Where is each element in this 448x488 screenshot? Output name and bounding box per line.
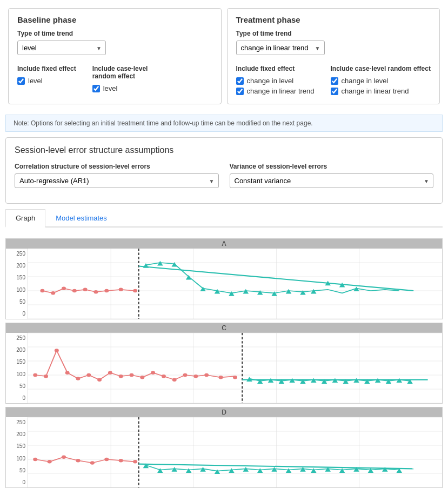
svg-point-62 [183, 373, 188, 377]
svg-point-18 [119, 288, 123, 292]
treatment-random-change-trend-check[interactable] [331, 88, 338, 95]
baseline-effects-row: Include fixed effect level Include case-… [17, 65, 212, 95]
svg-marker-107 [186, 468, 192, 473]
baseline-random-level-text: level [103, 84, 118, 92]
chart-D-plot [28, 417, 442, 487]
treatment-fixed-label: Include fixed effect [236, 65, 315, 72]
svg-marker-112 [257, 468, 263, 473]
corr-select[interactable]: Auto-regressive (AR1) Independent MA(1) [15, 173, 219, 188]
baseline-title: Baseline phase [17, 15, 212, 24]
chart-C-plot [28, 333, 442, 403]
tabs-bar: Graph Model estimates [5, 209, 443, 228]
baseline-fixed-level-row: level [17, 77, 76, 85]
baseline-fixed-level-check[interactable] [17, 77, 25, 85]
svg-marker-24 [186, 275, 192, 280]
corr-label: Correlation structure of session-level e… [15, 163, 219, 170]
svg-marker-27 [229, 291, 235, 296]
treatment-random-change-level-check[interactable] [331, 77, 338, 85]
baseline-trend-select[interactable]: level linear trend change in linear tren… [17, 41, 106, 55]
treatment-random-label: Include case-level random effect [331, 65, 431, 72]
svg-point-58 [140, 376, 144, 379]
chart-C-header: C [6, 323, 442, 333]
treatment-fixed-change-trend-check[interactable] [236, 88, 244, 95]
svg-marker-109 [215, 469, 220, 474]
baseline-random-label: Include case-levelrandom effect [92, 65, 148, 80]
treatment-fixed-col: Include fixed effect change in level cha… [236, 65, 315, 97]
treatment-trend-select[interactable]: level change in level change in linear t… [236, 41, 325, 55]
svg-point-95 [33, 458, 37, 462]
svg-marker-114 [286, 468, 292, 473]
baseline-random-col: Include case-levelrandom effect level [92, 65, 148, 95]
var-select-wrapper[interactable]: Constant variance Heterogeneous ▼ [230, 173, 434, 188]
treatment-fixed-trend-row: change in linear trend [236, 87, 315, 95]
chart-A-svg [28, 249, 442, 319]
treatment-trend-select-wrapper[interactable]: level change in level change in linear t… [236, 41, 325, 55]
svg-line-103 [139, 464, 413, 469]
chart-A-header: A [6, 239, 442, 249]
charts-area: A 250 200 150 100 50 0 [5, 233, 443, 488]
note-bar: Note: Options for selecting an initial t… [5, 115, 443, 132]
baseline-fixed-col: Include fixed effect level [17, 65, 76, 95]
svg-point-101 [119, 459, 123, 463]
note-text: Note: Options for selecting an initial t… [14, 119, 313, 127]
baseline-random-level-check[interactable] [92, 85, 100, 92]
chart-D-body: 250 200 150 100 50 0 [6, 417, 442, 487]
chart-C: C 250 200 150 100 50 0 [5, 323, 443, 404]
var-select[interactable]: Constant variance Heterogeneous [230, 173, 434, 188]
treatment-fixed-change-trend-text: change in linear trend [247, 87, 315, 95]
chart-A-plot [28, 249, 442, 319]
session-title: Session-level error structure assumption… [15, 145, 433, 155]
svg-point-102 [133, 460, 137, 464]
corr-select-wrapper[interactable]: Auto-regressive (AR1) Independent MA(1) … [15, 173, 219, 188]
tab-model-estimates[interactable]: Model estimates [45, 209, 117, 228]
svg-point-55 [108, 371, 112, 375]
svg-marker-21 [143, 263, 149, 268]
svg-point-98 [76, 459, 80, 463]
session-section: Session-level error structure assumption… [5, 137, 443, 204]
chart-D-svg [28, 417, 442, 487]
svg-point-13 [62, 286, 66, 290]
baseline-trend-label: Type of time trend [17, 30, 212, 37]
treatment-fixed-change-level-text: change in level [247, 77, 294, 85]
svg-point-19 [133, 289, 137, 293]
chart-C-svg [28, 333, 442, 403]
svg-point-53 [86, 373, 91, 377]
corr-field: Correlation structure of session-level e… [15, 163, 219, 196]
treatment-panel: Treatment phase Type of time trend level… [227, 8, 440, 104]
chart-A: A 250 200 150 100 50 0 [5, 238, 443, 319]
chart-A-yaxis: 250 200 150 100 50 0 [6, 249, 28, 319]
svg-point-16 [94, 290, 98, 294]
svg-point-96 [48, 460, 52, 464]
chart-D-yaxis: 250 200 150 100 50 0 [6, 417, 28, 487]
chart-D-header: D [6, 407, 442, 417]
svg-point-14 [72, 289, 77, 293]
chart-D: D 250 200 150 100 50 0 [5, 407, 443, 488]
svg-point-66 [233, 376, 237, 379]
treatment-random-trend-row: change in linear trend [331, 87, 431, 95]
session-fields: Correlation structure of session-level e… [15, 163, 433, 196]
treatment-random-col: Include case-level random effect change … [331, 65, 431, 97]
svg-marker-120 [368, 468, 374, 473]
tab-graph[interactable]: Graph [5, 209, 45, 228]
chart-C-body: 250 200 150 100 50 0 [6, 333, 442, 403]
chart-A-body: 250 200 150 100 50 0 [6, 249, 442, 319]
treatment-fixed-change-level-check[interactable] [236, 77, 244, 85]
svg-line-20 [139, 266, 413, 291]
baseline-fixed-label: Include fixed effect [17, 65, 76, 72]
svg-point-54 [97, 378, 102, 382]
svg-point-60 [162, 375, 166, 378]
treatment-random-change-level-text: change in level [342, 77, 389, 85]
var-label: Variance of session-level errors [230, 163, 434, 170]
treatment-random-change-trend-text: change in linear trend [342, 87, 409, 95]
baseline-panel: Baseline phase Type of time trend level … [8, 8, 222, 104]
svg-point-12 [51, 291, 55, 295]
baseline-trend-select-wrapper[interactable]: level linear trend change in linear tren… [17, 41, 106, 55]
svg-point-52 [76, 377, 80, 380]
baseline-random-level-row: level [92, 84, 148, 92]
treatment-trend-label: Type of time trend [236, 30, 431, 37]
svg-point-61 [172, 378, 177, 382]
treatment-random-level-row: change in level [331, 77, 431, 85]
svg-point-99 [90, 461, 95, 465]
svg-point-59 [151, 371, 155, 375]
svg-point-17 [104, 289, 109, 293]
